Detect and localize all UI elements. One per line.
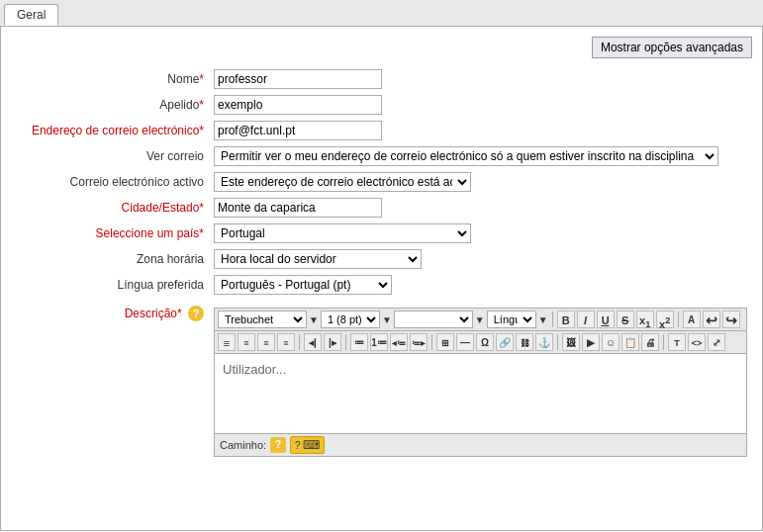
indent-button[interactable]: |▸	[324, 333, 341, 351]
apelido-input[interactable]	[214, 95, 382, 115]
field-label-pais: Seleccione um país*	[11, 221, 209, 246]
unlink-button[interactable]: ⛓	[516, 333, 533, 351]
chevron-down-icon: ▼	[475, 314, 485, 325]
unordered-list-button[interactable]: ≔	[350, 333, 368, 351]
email-input[interactable]	[214, 121, 382, 140]
justify-button[interactable]: ≡	[277, 333, 295, 351]
link-button[interactable]: 🔗	[496, 333, 514, 351]
editor-footer: Caminho: ? ? ⌨	[215, 433, 746, 456]
undo-button[interactable]: ↩	[703, 310, 720, 328]
toolbar-separator	[678, 311, 679, 327]
main-panel: Mostrar opções avançadas Nome* Apelido* …	[0, 27, 763, 531]
underline-button[interactable]: U	[597, 310, 615, 328]
top-right: Mostrar opções avançadas	[11, 37, 752, 58]
outdent-button[interactable]: ◂|	[304, 333, 322, 351]
align-left-button[interactable]: ≡	[218, 333, 236, 351]
hr-button[interactable]: —	[456, 333, 474, 351]
bold-button[interactable]: B	[557, 310, 575, 328]
special-char-button[interactable]: Ω	[476, 333, 494, 351]
table-row: Endereço de correio electrónico*	[11, 118, 752, 143]
chevron-down-icon: ▼	[309, 314, 319, 325]
field-label-correio-activo: Correio electrónico activo	[11, 169, 209, 195]
field-value-correio-activo: Este endereço de correio electrónico est…	[209, 169, 752, 195]
field-label-apelido: Apelido*	[11, 92, 209, 118]
field-label-ver-correio: Ver correio	[11, 143, 209, 169]
form-table: Nome* Apelido* Endereço de correio elect…	[11, 66, 752, 460]
nome-input[interactable]	[214, 69, 382, 89]
toolbar-separator	[431, 334, 432, 350]
subscript-button[interactable]: x1	[636, 310, 654, 328]
lingua-select[interactable]: Português - Portugal (pt)	[214, 275, 392, 295]
field-value-lingua: Português - Portugal (pt)	[209, 272, 752, 298]
redo-button[interactable]: ↪	[722, 310, 740, 328]
field-value-zona-horaria: Hora local do servidor	[209, 246, 752, 272]
align-right-button[interactable]: ≡	[257, 333, 275, 351]
table-row: Cidade/Estado*	[11, 195, 752, 221]
table-row: Zona horária Hora local do servidor	[11, 246, 752, 272]
tab-geral[interactable]: Geral	[4, 4, 58, 26]
html-source-button[interactable]: <>	[688, 333, 706, 351]
paste-text-button[interactable]: T	[668, 333, 686, 351]
field-label-nome: Nome*	[11, 66, 209, 92]
lang-select[interactable]: Língua	[487, 310, 536, 328]
toolbar-separator	[299, 334, 300, 350]
media-button[interactable]: ▶	[582, 333, 600, 351]
editor-placeholder-text: Utilizador...	[223, 362, 286, 377]
correio-activo-select[interactable]: Este endereço de correio electrónico est…	[214, 172, 471, 192]
editor-content-area[interactable]: Utilizador...	[215, 354, 746, 433]
ordered-list-button[interactable]: 1≔	[370, 333, 388, 351]
list-outdent-button[interactable]: ◂≔	[390, 333, 408, 351]
chevron-down-icon: ▼	[382, 314, 392, 325]
cidade-input[interactable]	[214, 198, 382, 218]
fullscreen-button[interactable]: ⤢	[708, 333, 725, 351]
rich-text-editor: Trebuchet ▼ 1 (8 pt) ▼ ▼	[214, 308, 747, 457]
table-button[interactable]: ⊞	[436, 333, 454, 351]
field-value-cidade	[209, 195, 752, 221]
template-button[interactable]: 📋	[621, 333, 639, 351]
pais-select[interactable]: Portugal	[214, 223, 471, 243]
toolbar-separator	[663, 334, 664, 350]
field-label-cidade: Cidade/Estado*	[11, 195, 209, 221]
table-row: Ver correio Permitir ver o meu endereço …	[11, 143, 752, 169]
field-label-lingua: Língua preferida	[11, 272, 209, 298]
field-label-email: Endereço de correio electrónico*	[11, 118, 209, 143]
table-row: Seleccione um país* Portugal	[11, 221, 752, 246]
field-value-pais: Portugal	[209, 221, 752, 246]
field-label-zona-horaria: Zona horária	[11, 246, 209, 272]
table-row: Descrição* ? Trebuchet ▼ 1 (8 pt)	[11, 298, 752, 460]
table-row: Correio electrónico activo Este endereço…	[11, 169, 752, 195]
superscript-button[interactable]: x2	[656, 310, 674, 328]
field-value-ver-correio: Permitir ver o meu endereço de correio e…	[209, 143, 752, 169]
table-row: Língua preferida Português - Portugal (p…	[11, 272, 752, 298]
editor-toolbar-row1: Trebuchet ▼ 1 (8 pt) ▼ ▼	[215, 309, 746, 331]
zona-horaria-select[interactable]: Hora local do servidor	[214, 249, 422, 269]
tab-bar: Geral	[0, 0, 763, 27]
field-value-descricao: Trebuchet ▼ 1 (8 pt) ▼ ▼	[209, 298, 752, 460]
image-button[interactable]: 🖼	[562, 333, 580, 351]
path-label: Caminho:	[220, 439, 266, 451]
help-icon[interactable]: ?	[188, 306, 204, 321]
table-row: Nome*	[11, 66, 752, 92]
advanced-options-button[interactable]: Mostrar opções avançadas	[592, 37, 752, 58]
list-indent-button[interactable]: ≔▸	[410, 333, 428, 351]
table-row: Apelido*	[11, 92, 752, 118]
strikethrough-button[interactable]: S	[617, 310, 634, 328]
field-value-email	[209, 118, 752, 143]
print-button[interactable]: 🖨	[641, 333, 659, 351]
font-family-select[interactable]: Trebuchet	[218, 310, 307, 328]
keyboard-icon[interactable]: ? ⌨	[290, 436, 325, 454]
smiley-button[interactable]: ☺	[602, 333, 620, 351]
path-help-icon[interactable]: ?	[270, 437, 286, 453]
format-select[interactable]	[394, 310, 473, 328]
chevron-down-icon: ▼	[538, 314, 548, 325]
ver-correio-select[interactable]: Permitir ver o meu endereço de correio e…	[214, 146, 718, 166]
italic-button[interactable]: I	[577, 310, 595, 328]
align-center-button[interactable]: ≡	[238, 333, 255, 351]
toolbar-separator	[557, 334, 558, 350]
font-size-select[interactable]: 1 (8 pt)	[321, 310, 380, 328]
font-color-button[interactable]: A	[683, 310, 701, 328]
toolbar-separator	[345, 334, 346, 350]
field-label-descricao: Descrição* ?	[11, 298, 209, 460]
anchor-button[interactable]: ⚓	[535, 333, 553, 351]
field-value-nome	[209, 66, 752, 92]
